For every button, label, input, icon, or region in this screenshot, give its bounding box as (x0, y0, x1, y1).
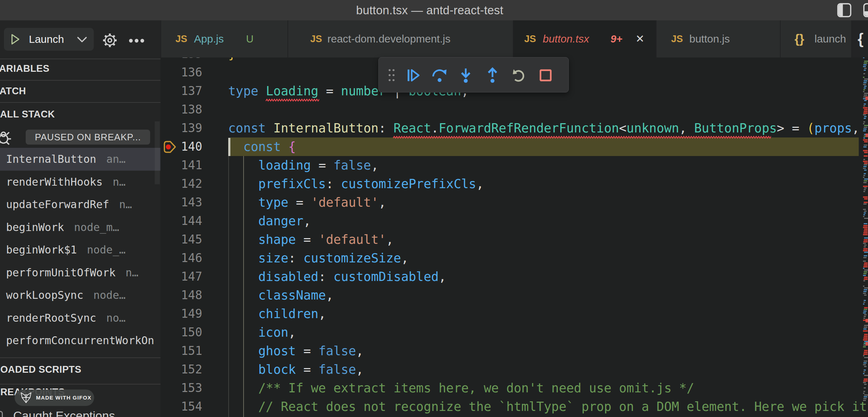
line-number[interactable]: 151 (160, 342, 202, 360)
ellipsis-icon[interactable] (128, 38, 145, 43)
tab-label: button.js (689, 20, 730, 57)
section-header-variables[interactable]: VARIABLES (0, 63, 50, 74)
code-line-152: block = false, (228, 360, 363, 379)
gear-icon[interactable] (102, 32, 118, 48)
minimap-mark (863, 166, 867, 167)
token-pu (258, 84, 266, 98)
debug-stop-icon[interactable] (537, 67, 554, 84)
call-stack-frame[interactable]: renderRootSyncno… (0, 307, 160, 330)
debug-restart-icon[interactable] (510, 67, 527, 84)
minimap-mark (864, 212, 866, 213)
line-number[interactable]: 143 (160, 193, 202, 212)
line-number[interactable]: 150 (160, 323, 202, 342)
minimap-mark (864, 141, 868, 142)
chevron-down-icon[interactable] (76, 36, 88, 43)
code-line-140: const { (228, 137, 296, 156)
debug-step-out-icon[interactable] (484, 67, 501, 84)
minimap-mark (863, 328, 867, 330)
line-number[interactable]: 139 (160, 119, 202, 137)
line-number[interactable]: 145 (160, 230, 202, 249)
call-stack-frame[interactable]: performConcurrentWorkOn (0, 329, 160, 352)
code-line-151: ghost = false, (228, 342, 363, 360)
token-pu (281, 140, 289, 154)
minimap-mark (863, 400, 866, 401)
call-stack-frame[interactable]: beginWorknode_m… (0, 216, 160, 239)
call-stack-frame[interactable]: updateForwardRefn… (0, 193, 160, 216)
token-pu: , (852, 121, 859, 135)
minimap-mark (863, 89, 865, 90)
tab-partial[interactable]: { (852, 20, 868, 57)
call-stack-frame[interactable]: beginWork$1node_… (0, 238, 160, 261)
line-number[interactable]: 147 (160, 267, 202, 286)
token-pu (228, 195, 258, 210)
tab-button.tsx[interactable]: JSbutton.tsx9+✕ (514, 20, 656, 57)
section-header-loaded-scripts[interactable]: LOADED SCRIPTS (0, 364, 81, 375)
line-number[interactable]: 152 (160, 360, 202, 379)
toggle-sidebar-icon[interactable] (837, 3, 852, 17)
line-number[interactable]: 137 (160, 82, 202, 100)
line-number[interactable]: 144 (160, 212, 202, 230)
debug-step-into-icon[interactable] (457, 67, 474, 84)
token-pu: : (318, 270, 333, 284)
minimap-mark (864, 62, 867, 64)
toolbar-drag-handle[interactable] (388, 69, 395, 82)
call-stack-frame[interactable]: workLoopSyncnode… (0, 284, 160, 307)
section-header-watch[interactable]: WATCH (0, 86, 26, 97)
minimap-mark (864, 189, 866, 190)
minimap-mark (863, 225, 868, 226)
minimap-mark (864, 180, 867, 181)
minimap-mark (863, 216, 864, 217)
call-stack-frame[interactable]: InternalButtonan… (0, 148, 160, 171)
frame-function-name: renderWithHooks (6, 176, 103, 188)
sidebar-scrollbar[interactable] (155, 121, 160, 184)
tab-button.js[interactable]: JSbutton.js (657, 20, 780, 57)
minimap-mark (864, 395, 868, 396)
debug-continue-icon[interactable] (404, 67, 422, 84)
line-number[interactable]: 135 (160, 57, 202, 63)
tab-react-dom.development.js[interactable]: JSreact-dom.development.js (288, 20, 513, 57)
minimap-mark (863, 353, 868, 355)
line-number[interactable]: 154 (160, 397, 202, 416)
token-fn: InternalButton (273, 121, 378, 135)
line-number[interactable]: 153 (160, 379, 202, 397)
error-squiggle (266, 97, 319, 101)
debug-step-over-icon[interactable] (431, 67, 448, 84)
launch-config-label[interactable]: Launch (29, 28, 64, 51)
section-header-call-stack[interactable]: CALL STACK (0, 109, 55, 120)
minimap-mark (864, 325, 868, 326)
token-b1: } (228, 57, 236, 61)
line-number[interactable]: 149 (160, 305, 202, 323)
debug-start-icon[interactable] (8, 32, 22, 46)
minimap-mark (863, 214, 865, 215)
call-stack-frame[interactable]: performUnitOfWorkn… (0, 261, 160, 284)
close-tab-icon[interactable]: ✕ (635, 20, 644, 57)
editor-tab-bar: JSApp.jsUJSreact-dom.development.jsJSbut… (160, 20, 868, 57)
token-st: 'default' (311, 195, 379, 210)
toggle-panel-icon[interactable] (863, 3, 868, 17)
minimap-mark (864, 264, 868, 266)
tab-App.js[interactable]: JSApp.jsU (161, 20, 287, 57)
minimap-mark (864, 352, 868, 353)
line-number[interactable]: 141 (160, 156, 202, 175)
line-number[interactable]: 136 (160, 63, 202, 82)
code-line-142: prefixCls: customizePrefixCls, (228, 175, 484, 193)
code-line-144: danger, (228, 212, 311, 230)
token-pu: , (476, 177, 484, 191)
launch-button[interactable]: Launch (4, 28, 94, 51)
caught-exceptions-label: Caught Exceptions (13, 409, 115, 417)
call-stack-frame[interactable]: renderWithHooksn… (0, 171, 160, 194)
caught-exceptions-checkbox[interactable] (0, 411, 3, 417)
code-line-150: icon, (228, 323, 296, 342)
overview-ruler-error-mark (866, 319, 868, 322)
tab-launch[interactable]: {}launch (781, 20, 851, 57)
minimap-mark (863, 112, 868, 114)
line-number[interactable]: 148 (160, 286, 202, 305)
breakpoint-item-caught-exceptions[interactable]: Caught Exceptions (0, 408, 160, 417)
code-editor[interactable]: }type Loading = number | boolean;const I… (160, 57, 868, 417)
breakpoint-paused-icon[interactable] (162, 139, 178, 155)
minimap-mark (864, 86, 867, 87)
minimap-mark (864, 118, 866, 119)
line-number[interactable]: 146 (160, 249, 202, 267)
line-number[interactable]: 142 (160, 175, 202, 193)
line-number[interactable]: 138 (160, 100, 202, 119)
